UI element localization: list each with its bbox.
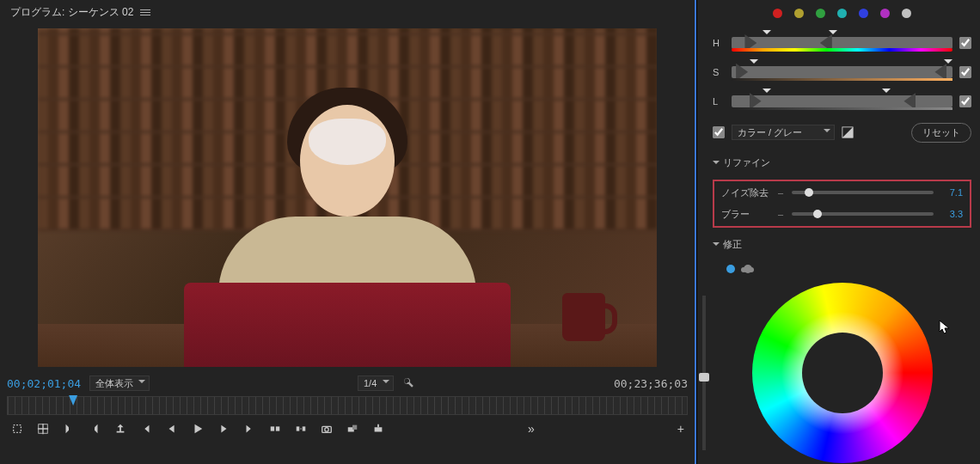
grid-icon[interactable]	[36, 422, 50, 436]
program-monitor-panel: プログラム: シーケンス 02	[0, 0, 696, 464]
color-wheel[interactable]	[752, 283, 933, 463]
transport-bar: » +	[7, 415, 688, 436]
minus-icon: –	[778, 187, 783, 198]
invert-mask-icon[interactable]	[842, 126, 854, 138]
panel-header: プログラム: シーケンス 02	[7, 0, 688, 28]
hue-swatch[interactable]	[859, 9, 868, 18]
key-output-select[interactable]: カラー / グレー	[732, 125, 835, 140]
hue-swatch-row	[713, 5, 971, 25]
reset-button[interactable]: リセット	[911, 123, 971, 143]
h-enable-checkbox[interactable]	[959, 37, 971, 49]
single-wheel-mode-icon[interactable]	[726, 265, 735, 273]
lum-range-row: L	[713, 90, 971, 113]
blur-slider-row: ブラー – 3.3	[721, 208, 963, 221]
duration-timecode: 00;23;36;03	[614, 377, 688, 390]
s-label: S	[713, 67, 725, 77]
denoise-label: ノイズ除去	[721, 186, 769, 199]
chevron-down-icon	[713, 242, 720, 249]
mini-timeline[interactable]	[7, 396, 688, 415]
svg-rect-3	[276, 426, 279, 430]
blur-label: ブラー	[721, 208, 769, 221]
lum-range[interactable]	[732, 92, 952, 111]
blur-value[interactable]: 3.3	[942, 209, 963, 219]
resolution-select[interactable]: 1/4	[358, 375, 394, 391]
zoom-select[interactable]: 全体表示	[89, 375, 150, 391]
overwrite-icon[interactable]	[371, 422, 385, 436]
go-in-icon[interactable]	[139, 422, 153, 436]
l-enable-checkbox[interactable]	[959, 95, 971, 107]
refine-highlight-box: ノイズ除去 – 7.1 ブラー – 3.3	[713, 180, 971, 228]
three-wheel-mode-icon[interactable]	[744, 265, 752, 273]
lumetri-panel: H S L	[696, 0, 980, 464]
color-wheel-area	[713, 282, 971, 464]
minus-icon: –	[778, 209, 783, 219]
svg-rect-0	[14, 425, 21, 433]
h-label: H	[713, 38, 725, 48]
key-output-row: カラー / グレー リセット	[713, 119, 971, 146]
s-enable-checkbox[interactable]	[959, 66, 971, 78]
more-transport-icon[interactable]: »	[528, 422, 535, 436]
panel-menu-icon[interactable]	[140, 9, 150, 15]
panel-title: プログラム: シーケンス 02	[10, 5, 133, 20]
key-enable-checkbox[interactable]	[713, 126, 725, 138]
denoise-value[interactable]: 7.1	[942, 187, 963, 198]
blur-slider[interactable]	[792, 212, 934, 216]
refine-title: リファイン	[723, 156, 770, 169]
insert-icon[interactable]	[346, 422, 359, 436]
step-fwd-icon[interactable]	[217, 422, 230, 436]
out-mark-icon[interactable]	[88, 422, 101, 436]
svg-rect-10	[375, 427, 383, 431]
hue-range[interactable]	[732, 34, 952, 52]
playback-info-row: 00;02;01;04 全体表示 1/4 00;23;36;03	[7, 370, 688, 394]
extract-icon[interactable]	[294, 422, 308, 436]
marker-add-icon[interactable]	[10, 422, 24, 436]
correction-mode-row	[713, 261, 971, 275]
current-timecode[interactable]: 00;02;01;04	[7, 377, 81, 390]
export-icon[interactable]	[113, 422, 127, 436]
in-mark-icon[interactable]	[62, 422, 76, 436]
denoise-slider-row: ノイズ除去 – 7.1	[721, 186, 963, 199]
svg-rect-5	[303, 426, 306, 430]
correction-title: 修正	[723, 238, 742, 251]
hue-swatch[interactable]	[902, 9, 911, 18]
chevron-down-icon	[713, 161, 720, 168]
settings-wrench-icon[interactable]	[402, 376, 414, 390]
luma-slider[interactable]	[702, 296, 706, 450]
svg-rect-2	[271, 426, 274, 430]
sat-range-row: S	[713, 61, 971, 83]
svg-rect-4	[297, 426, 300, 430]
camera-icon[interactable]	[320, 422, 334, 436]
refine-section-header[interactable]: リファイン	[713, 153, 971, 173]
hue-swatch[interactable]	[880, 9, 890, 18]
lift-icon[interactable]	[268, 422, 282, 436]
hue-swatch[interactable]	[794, 9, 804, 18]
svg-point-7	[325, 428, 328, 431]
denoise-slider[interactable]	[792, 191, 934, 194]
step-back-icon[interactable]	[165, 422, 179, 436]
program-monitor-video[interactable]	[38, 28, 657, 367]
play-icon[interactable]	[191, 422, 205, 436]
l-label: L	[713, 96, 725, 107]
hue-range-row: H	[713, 32, 971, 54]
go-out-icon[interactable]	[242, 422, 256, 436]
sat-range[interactable]	[732, 63, 952, 82]
hue-swatch[interactable]	[773, 9, 782, 18]
hue-swatch[interactable]	[837, 9, 847, 18]
add-button-icon[interactable]: +	[677, 422, 684, 436]
correction-section-header[interactable]: 修正	[713, 235, 971, 254]
svg-rect-9	[352, 425, 357, 430]
hue-swatch[interactable]	[816, 9, 825, 18]
